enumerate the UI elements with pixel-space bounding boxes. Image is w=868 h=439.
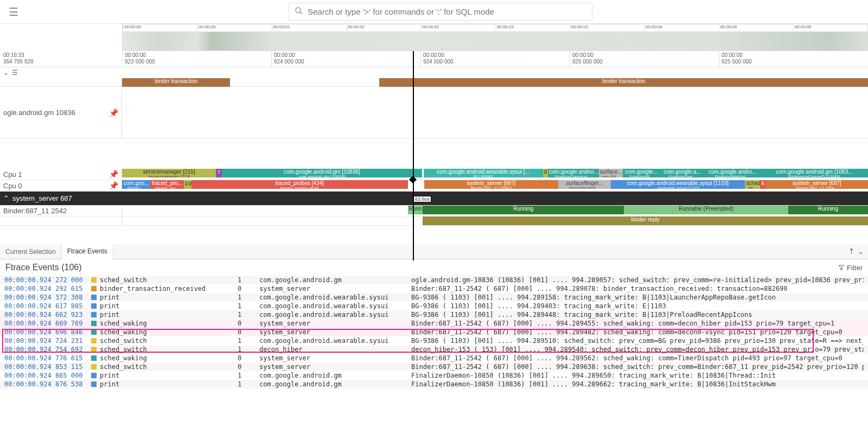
track-label-cpu0[interactable]: Cpu 0 📌 [0, 180, 122, 191]
tab-ftrace-events[interactable]: Ftrace Events [62, 244, 113, 259]
time-cursor[interactable] [413, 51, 414, 260]
slice-p2[interactable]: p [188, 180, 192, 189]
tab-current-selection[interactable]: Current Selection [0, 245, 62, 259]
slice-sf[interactable]: surface...app [49... [599, 169, 623, 177]
color-swatch [91, 321, 97, 326]
cell-process: com.google.android.wearable.sysui [259, 311, 411, 319]
table-row[interactable]: 00:00:00.924 669 769sched_waking0system_… [0, 319, 868, 328]
pin-icon[interactable]: 📌 [109, 109, 118, 117]
cell-timestamp: 00:00:00.924 776 615 [4, 354, 91, 362]
search-box[interactable] [289, 3, 592, 21]
table-row[interactable]: 00:00:00.924 292 615binder_transaction_r… [0, 284, 868, 293]
table-row[interactable]: 00:00:00.924 754 692sched_switch1decon_h… [0, 345, 868, 354]
table-row[interactable]: 00:00:00.924 876 538print1com.google.and… [0, 380, 868, 389]
slice-svcmgr[interactable]: servicemanager [215]servicemanager [215] [122, 169, 216, 177]
slice-r[interactable]: r [216, 169, 222, 177]
table-row[interactable]: 00:00:00.924 853 115sched_switch0system_… [0, 362, 868, 371]
group-header-system-server[interactable]: ⌃system_server 687 [0, 192, 868, 205]
slice-sf2[interactable]: surfaceflinger...TimerDispatch ... [558, 180, 610, 189]
slice-g4[interactable]: com.google.a...FinalizerDae... [660, 169, 705, 177]
cell-process: system_server [259, 363, 411, 371]
cell-args: decon_hiber-153 ( 153) [001] .... 994.28… [411, 346, 864, 353]
track-label-binder-reply [0, 217, 122, 225]
cell-timestamp: 00:00:00.924 272 000 [4, 276, 91, 284]
slice-sched[interactable]: sched.de... [745, 180, 760, 189]
cell-event: print [91, 302, 238, 310]
cell-process: com.google.android.wearable.sysui [259, 294, 411, 301]
slice-k[interactable]: k [760, 180, 766, 189]
cell-cpu: 1 [238, 372, 259, 379]
slice-tp1[interactable]: traced_pro...traced_pro... [150, 180, 184, 189]
expand-icon[interactable]: ⌄ [858, 247, 864, 256]
slice-tp2[interactable]: traced_probes [434]traced_probes [434] [192, 180, 408, 189]
cell-process: decon_hiber [259, 346, 411, 353]
collapse-icon[interactable]: ⌄ [3, 69, 9, 77]
table-row[interactable]: 00:00:00.924 696 846sched_waking0system_… [0, 328, 868, 336]
slice-runn[interactable]: Runn... [408, 206, 423, 214]
mini-tick: 00:00:00 [123, 24, 197, 31]
table-row[interactable]: 00:00:00.924 662 923print1com.google.and… [0, 310, 868, 319]
table-row[interactable]: 00:00:00.924 865 000print1com.google.and… [0, 371, 868, 380]
table-row[interactable]: 00:00:00.924 272 000sched_switch1com.goo… [0, 276, 868, 284]
slice-g3[interactable]: com.google...FinalizerW... [623, 169, 660, 177]
svg-marker-2 [839, 265, 844, 270]
slice-running[interactable]: Running [423, 206, 624, 214]
wallclock: 00:16:33 [3, 52, 119, 59]
slice-wear2[interactable]: com.google.android.wearable.sysui [1103]… [611, 180, 745, 189]
cell-timestamp: 00:00:00.924 292 615 [4, 285, 91, 292]
mini-tick: 00:00:03 [570, 24, 644, 31]
pin-icon[interactable]: 📌 [109, 170, 118, 179]
slice-runnable[interactable]: Runnable (Preempted) [624, 206, 788, 214]
slice-gm2[interactable]: com.google.android.gm [1083...ReferenceQ… [761, 169, 868, 177]
cell-timestamp: 00:00:00.924 669 769 [4, 320, 91, 327]
cell-process: system_server [259, 328, 411, 336]
cell-event: sched_waking [91, 328, 238, 336]
slice-syssrv[interactable]: system_server [687]Binder:687_11 [2542] [424, 180, 559, 189]
color-swatch [91, 364, 97, 370]
slice-binder-reply[interactable]: binder reply [423, 217, 868, 225]
pin-icon[interactable]: 📌 [109, 181, 118, 190]
slice-g5[interactable]: com.google.andro...FinalizerWatchd ... [705, 169, 761, 177]
mini-tick: 00:00:04 [644, 24, 718, 31]
filter-button[interactable]: Filter [838, 263, 863, 272]
cell-args: Binder:687_11-2542 ( 687) [000] .... 994… [411, 363, 864, 371]
cell-cpu: 0 [238, 285, 259, 292]
mini-tick: 00:00:00 [197, 24, 271, 31]
table-row[interactable]: 00:00:00.924 776 615sched_waking0system_… [0, 354, 868, 362]
slice-binder-tx[interactable]: binder transaction [122, 78, 230, 87]
table-row[interactable]: 00:00:00.924 372 308print1com.google.and… [0, 293, 868, 302]
slice-gm[interactable]: com.google.android.gm [10836]ogle.androi… [222, 169, 422, 177]
track-label-process[interactable]: ogle.android.gm 10836 📌 [0, 87, 122, 138]
cell-process: system_server [259, 354, 411, 362]
track-label-cpu1[interactable]: Cpu 1 📌 [0, 169, 122, 180]
cell-event: sched_waking [91, 354, 238, 362]
table-row[interactable]: 00:00:00.924 724 231sched_switch1com.goo… [0, 336, 868, 345]
search-input[interactable] [308, 7, 586, 16]
slice-binder-tx2[interactable]: binder transaction [379, 78, 868, 87]
time-axis[interactable]: 00:16:33 364 785 828 00:00:00923 500 000… [0, 51, 868, 67]
time-tick: 00:00:00923 500 000 [122, 51, 271, 67]
ftrace-table[interactable]: 00:00:00.924 272 000sched_switch1com.goo… [0, 276, 868, 389]
cell-cpu: 0 [238, 354, 259, 362]
filter-tracks-icon[interactable]: ☰ [12, 69, 18, 77]
slice-cg[interactable]: com.goo...Binder:... [122, 180, 150, 189]
mini-tick: 00:00:03 [495, 24, 569, 31]
scroll-top-icon[interactable]: ⤒ [848, 247, 854, 256]
cell-cpu: 1 [238, 276, 259, 284]
cell-cpu: 1 [238, 337, 259, 345]
slice-running2[interactable]: Running [788, 206, 868, 214]
track-label-binder-thread[interactable]: Binder:687_11 2542 [0, 206, 122, 216]
menu-icon[interactable]: ☰ [4, 3, 23, 21]
cell-event: print [91, 372, 238, 379]
cell-process: com.google.android.wearable.sysui [259, 337, 411, 345]
overview-timeline[interactable]: 00:00:0000:00:0000:00:0100:00:0200:00:02… [122, 24, 868, 51]
time-tick: 00:00:00924 500 000 [420, 51, 570, 67]
table-row[interactable]: 00:00:00.924 617 885print1com.google.and… [0, 302, 868, 310]
slice-g2[interactable]: com.google.androi...FinalizerDaemon ... [548, 169, 599, 177]
slice-p1[interactable]: p [184, 180, 188, 189]
slice-syssrv2[interactable]: system_server [687]Binder:687_11 [254... [766, 180, 868, 189]
duration-label: 63.8us [413, 196, 431, 202]
slice-d[interactable]: d [543, 169, 548, 177]
slice-wear[interactable]: com.google.android.wearable.sysui [...BG… [424, 169, 543, 177]
ns-offset: 364 785 828 [3, 59, 119, 65]
